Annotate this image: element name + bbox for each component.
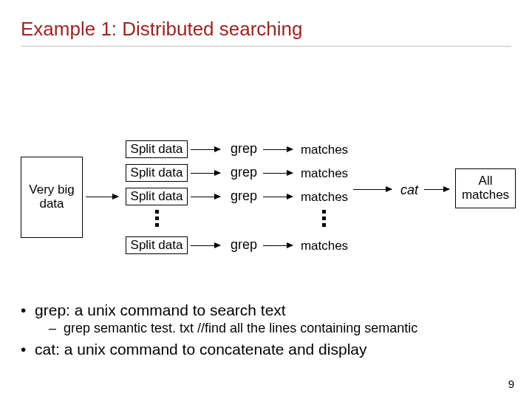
arrow-matches-cat [353, 189, 392, 190]
matches-label: matches [300, 143, 349, 157]
grep-label: grep [229, 165, 259, 180]
diagram: Very big data Split data grep matches Sp… [21, 111, 511, 281]
slide-title: Example 1: Distributed searching [21, 18, 303, 41]
arrow-cat-all [424, 189, 449, 190]
grep-label: grep [229, 188, 259, 204]
slide-number: 9 [508, 378, 514, 390]
source-box: Very big data [21, 157, 83, 238]
matches-label: matches [300, 239, 349, 253]
cat-label: cat [400, 183, 418, 198]
bullet-cat-text: cat: a unix command to concatenate and d… [35, 341, 366, 358]
split-box: Split data [126, 140, 188, 158]
title-rule [21, 46, 511, 47]
matches-label: matches [300, 166, 349, 181]
bullets: • grep: a unix command to search text – … [21, 301, 511, 360]
arrow-split-grep [191, 149, 220, 150]
arrow-split-grep [191, 197, 220, 197]
arrow-split-grep [191, 173, 220, 174]
split-box: Split data [126, 236, 188, 254]
bullet-cat: • cat: a unix command to concatenate and… [21, 341, 511, 358]
arrow-grep-matches [263, 173, 293, 174]
ellipsis-icon [321, 210, 326, 227]
grep-label: grep [229, 141, 259, 157]
split-box: Split data [126, 164, 188, 182]
split-box: Split data [126, 188, 188, 205]
matches-label: matches [300, 190, 349, 205]
ellipsis-icon [154, 210, 159, 227]
arrow-split-grep [191, 245, 220, 246]
arrow-grep-matches [263, 245, 293, 246]
all-matches-box: All matches [455, 168, 516, 208]
arrow-grep-matches [263, 149, 293, 150]
bullet-grep-text: grep: a unix command to search text [35, 301, 286, 318]
arrow-grep-matches [263, 197, 293, 197]
bullet-grep-sub: – grep semantic test. txt //find all the… [49, 321, 511, 336]
grep-label: grep [229, 237, 259, 253]
arrow-source [86, 197, 118, 197]
bullet-grep-sub-text: grep semantic test. txt //find all the l… [64, 321, 417, 335]
bullet-grep: • grep: a unix command to search text [21, 301, 511, 319]
